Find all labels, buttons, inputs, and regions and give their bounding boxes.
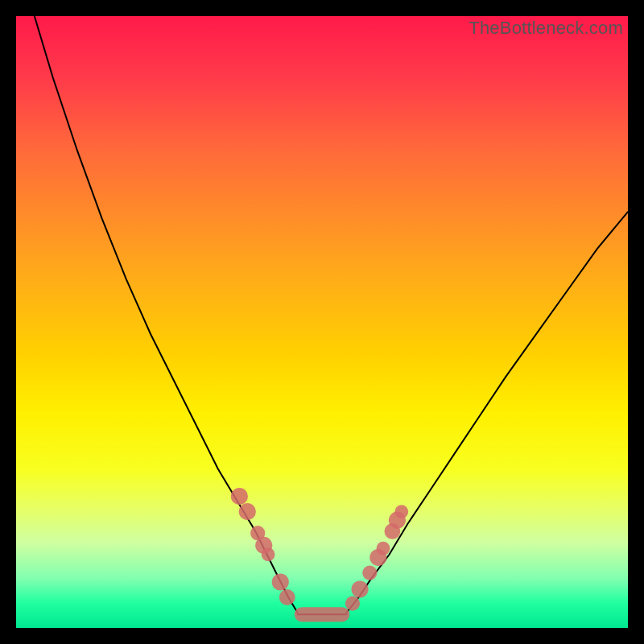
data-marker bbox=[262, 547, 275, 561]
data-marker bbox=[362, 566, 377, 580]
curve-left bbox=[35, 16, 298, 613]
curve-right bbox=[346, 212, 628, 613]
marker-group-right bbox=[345, 505, 408, 611]
data-marker bbox=[239, 503, 256, 520]
data-marker bbox=[272, 573, 289, 590]
data-marker bbox=[279, 589, 295, 605]
chart-svg bbox=[16, 16, 628, 628]
data-marker bbox=[377, 542, 390, 555]
plot-area: TheBottleneck.com bbox=[16, 16, 628, 628]
data-marker bbox=[352, 581, 369, 598]
bottom-pill bbox=[295, 607, 349, 621]
data-marker bbox=[231, 488, 248, 505]
data-marker bbox=[345, 597, 360, 611]
data-marker bbox=[394, 505, 408, 518]
chart-frame: TheBottleneck.com bbox=[0, 0, 644, 644]
